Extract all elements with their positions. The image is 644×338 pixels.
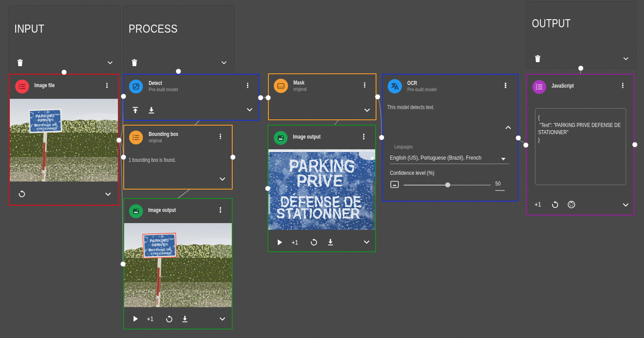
svg-text:PARKING: PARKING <box>150 238 169 243</box>
svg-text:3: 3 <box>132 139 134 141</box>
svg-text:PRIVE: PRIVE <box>152 242 166 247</box>
svg-text:PRIVE: PRIVE <box>297 172 343 190</box>
svg-text:STATIONNER: STATIONNER <box>276 205 360 222</box>
svg-text:3: 3 <box>535 88 537 90</box>
svg-text:PRIVE: PRIVE <box>38 118 52 123</box>
svg-text:3: 3 <box>18 88 20 90</box>
